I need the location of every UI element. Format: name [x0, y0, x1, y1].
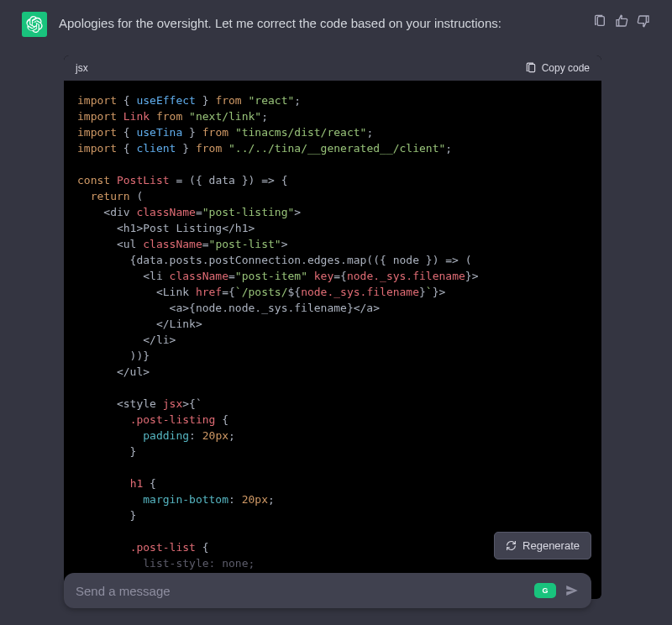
- code-lang: jsx: [76, 62, 88, 74]
- thumbs-up-icon[interactable]: [615, 14, 628, 28]
- send-icon: [564, 583, 580, 598]
- assistant-message: Apologies for the oversight. Let me corr…: [0, 0, 672, 37]
- message-input[interactable]: [76, 584, 534, 598]
- send-button[interactable]: [564, 583, 580, 598]
- regenerate-button[interactable]: Regenerate: [494, 532, 591, 559]
- code-header: jsx Copy code: [64, 55, 601, 81]
- model-badge[interactable]: G: [534, 583, 556, 598]
- code-block: jsx Copy code import { useEffect } from …: [64, 55, 601, 599]
- openai-logo-icon: [26, 16, 43, 33]
- clipboard-icon: [525, 62, 537, 74]
- message-actions: [593, 12, 650, 37]
- code-content: import { useEffect } from "react"; impor…: [64, 81, 601, 599]
- assistant-text: Apologies for the oversight. Let me corr…: [59, 12, 581, 34]
- composer: G: [64, 573, 591, 608]
- clipboard-icon[interactable]: [593, 14, 606, 28]
- regenerate-icon: [506, 540, 517, 551]
- svg-rect-0: [597, 17, 604, 26]
- thumbs-down-icon[interactable]: [637, 14, 650, 28]
- svg-rect-1: [528, 64, 534, 71]
- assistant-avatar: [22, 12, 47, 37]
- copy-code-button[interactable]: Copy code: [525, 62, 590, 74]
